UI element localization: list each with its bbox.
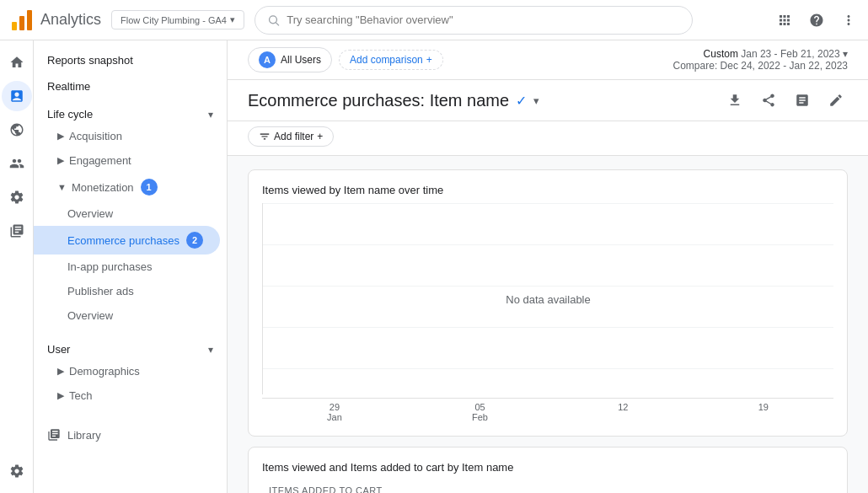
lifecycle-label: Life cycle — [47, 108, 93, 121]
search-input[interactable] — [287, 13, 680, 26]
table-header-items-added: ITEMS ADDED TO CART — [262, 485, 389, 493]
engagement-expand-icon: ▶ — [57, 155, 64, 166]
sidebar-label-ecommerce-purchases: Ecommerce purchases — [67, 234, 179, 247]
analytics-logo-icon — [10, 8, 34, 32]
sidebar-item-publisher-ads[interactable]: Publisher ads — [34, 279, 220, 303]
sidebar-label-reports-snapshot: Reports snapshot — [47, 54, 133, 67]
sidebar-label-in-app-purchases: In-app purchases — [67, 260, 152, 273]
help-icon[interactable] — [807, 11, 826, 29]
search-bar[interactable] — [255, 6, 693, 35]
user-section-label: User — [47, 343, 70, 356]
sidebar-item-overview2[interactable]: Overview — [34, 303, 220, 328]
topbar-actions — [775, 11, 858, 29]
sidebar-label-overview: Overview — [67, 207, 113, 220]
date-compare-label: Compare: Dec 24, 2022 - Jan 22, 2023 — [673, 60, 848, 72]
all-users-chip[interactable]: A All Users — [248, 47, 332, 72]
filter-plus-icon: + — [317, 131, 323, 142]
verified-icon: ✓ — [516, 93, 527, 109]
chart-inner-1: No data available 29 Jan 05 Feb — [262, 203, 833, 422]
chart-area: Items viewed by Item name over time No d… — [228, 156, 868, 493]
app-title: Analytics — [40, 11, 101, 29]
lifecycle-chevron-icon: ▾ — [208, 109, 213, 121]
user-section-header[interactable]: User ▾ — [34, 335, 227, 359]
chart-title-1: Items viewed by Item name over time — [262, 184, 833, 196]
svg-rect-1 — [19, 16, 24, 30]
x-label-29: 29 Jan — [327, 402, 342, 422]
filter-icon — [259, 131, 271, 142]
x-label-19: 19 — [758, 402, 769, 422]
sidebar-label-overview2: Overview — [67, 309, 113, 322]
sidebar-item-library[interactable]: Library — [34, 421, 227, 448]
svg-point-3 — [270, 15, 277, 23]
add-comparison-label: Add comparison — [350, 54, 423, 66]
monetization-expand-icon: ▼ — [57, 182, 67, 192]
sidebar-item-demographics[interactable]: ▶ Demographics — [34, 359, 220, 383]
logo-area: Analytics — [10, 8, 101, 32]
acquisition-expand-icon: ▶ — [57, 131, 64, 142]
property-selector[interactable]: Flow City Plumbing - GA4 ▾ — [111, 10, 244, 29]
settings-icon-btn[interactable] — [2, 456, 32, 486]
edit-icon-btn[interactable] — [824, 88, 848, 112]
title-dropdown-icon[interactable]: ▾ — [533, 94, 539, 107]
user-section-chevron-icon: ▾ — [208, 344, 213, 356]
library-icon — [47, 428, 61, 442]
add-filter-btn[interactable]: Add filter + — [248, 126, 334, 147]
icon-sidebar — [0, 40, 34, 493]
add-icon: + — [426, 54, 432, 66]
explore-icon-btn[interactable] — [2, 115, 32, 145]
main-layout: Reports snapshot Realtime Life cycle ▾ ▶… — [0, 40, 868, 493]
svg-line-4 — [276, 22, 278, 24]
sidebar-item-ecommerce-purchases[interactable]: Ecommerce purchases 2 — [34, 226, 220, 255]
annotation-badge-2: 2 — [186, 232, 203, 249]
share-icon-btn[interactable] — [757, 88, 780, 112]
insights-icon-btn[interactable] — [790, 88, 814, 112]
sidebar-label-monetization: Monetization — [72, 181, 134, 194]
sidebar-item-reports-snapshot[interactable]: Reports snapshot — [34, 47, 220, 73]
add-filter-label: Add filter — [274, 131, 313, 142]
sidebar-item-tech[interactable]: ▶ Tech — [34, 383, 220, 408]
more-icon[interactable] — [839, 11, 858, 29]
nav-sidebar: Reports snapshot Realtime Life cycle ▾ ▶… — [34, 40, 228, 493]
apps-icon[interactable] — [775, 11, 794, 29]
tech-expand-icon: ▶ — [57, 390, 64, 401]
property-name: Flow City Plumbing - GA4 — [121, 15, 227, 25]
segment-a-icon: A — [259, 51, 276, 68]
add-comparison-btn[interactable]: Add comparison + — [339, 50, 443, 70]
sidebar-item-acquisition[interactable]: ▶ Acquisition — [34, 124, 220, 148]
x-label-05: 05 Feb — [472, 402, 488, 422]
chart-card-1: Items viewed by Item name over time No d… — [248, 169, 848, 437]
sidebar-label-tech: Tech — [69, 389, 92, 402]
annotation-badge-1: 1 — [141, 179, 158, 196]
svg-rect-0 — [12, 22, 17, 30]
export-icon-btn[interactable] — [723, 88, 747, 112]
sidebar-label-demographics: Demographics — [69, 365, 140, 378]
search-icon — [267, 13, 280, 27]
topbar: Analytics Flow City Plumbing - GA4 ▾ — [0, 0, 868, 40]
dropdown-arrow: ▾ — [230, 14, 235, 25]
sidebar-item-engagement[interactable]: ▶ Engagement — [34, 148, 220, 173]
sidebar-label-engagement: Engagement — [69, 154, 131, 167]
sidebar-item-monetization[interactable]: ▼ Monetization 1 — [34, 173, 220, 201]
sidebar-label-realtime: Realtime — [47, 80, 90, 93]
title-actions — [723, 88, 848, 112]
chart-card-2: Items viewed and Items added to cart by … — [248, 447, 848, 493]
table-header-row: ITEMS ADDED TO CART — [262, 480, 833, 493]
page-title-area: Ecommerce purchases: Item name ✓ ▾ — [248, 91, 539, 110]
date-custom-label: Custom — [704, 48, 738, 60]
date-range-value: Jan 23 - Feb 21, 2023 — [741, 48, 839, 60]
sidebar-item-realtime[interactable]: Realtime — [34, 73, 220, 99]
lifecycle-section-header[interactable]: Life cycle ▾ — [34, 99, 227, 124]
home-icon-btn[interactable] — [2, 47, 32, 78]
date-range-display[interactable]: Custom Jan 23 - Feb 21, 2023 ▾ Compare: … — [673, 48, 848, 72]
data-icon-btn[interactable] — [2, 216, 32, 246]
no-data-label: No data available — [506, 292, 590, 305]
reports-icon-btn[interactable] — [2, 81, 32, 111]
sidebar-item-overview[interactable]: Overview — [34, 201, 220, 226]
library-label: Library — [67, 429, 101, 442]
sidebar-item-in-app-purchases[interactable]: In-app purchases — [34, 255, 220, 279]
x-label-12: 12 — [618, 402, 628, 422]
chart-title-2: Items viewed and Items added to cart by … — [262, 461, 833, 474]
configure-icon-btn[interactable] — [2, 182, 32, 212]
advertising-icon-btn[interactable] — [2, 148, 32, 179]
content-area: A All Users Add comparison + Custom Jan … — [228, 40, 868, 493]
